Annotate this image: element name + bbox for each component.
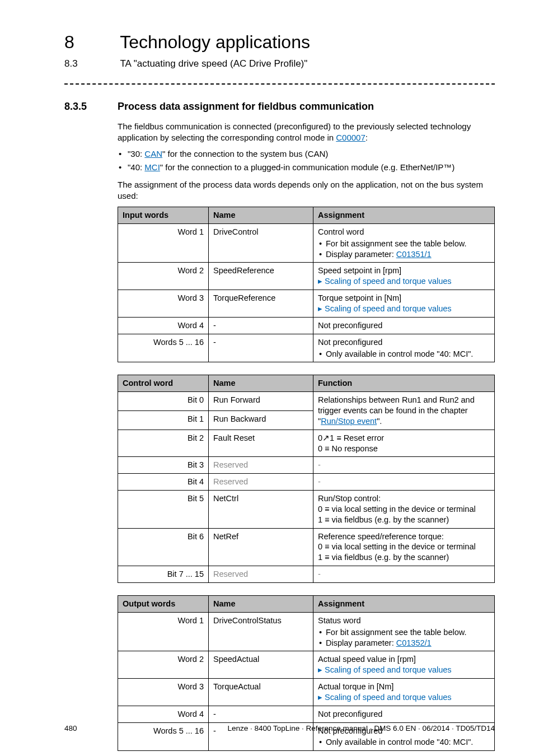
cell: Bit 7 ... 15 bbox=[118, 566, 209, 583]
cell: Not preconfigured bbox=[313, 706, 495, 722]
cell: Word 2 bbox=[118, 651, 209, 679]
text: Status word bbox=[318, 616, 361, 625]
scaling-link[interactable]: Scaling of speed and torque values bbox=[318, 693, 452, 702]
cell: Word 3 bbox=[118, 290, 209, 318]
text: Speed setpoint in [rpm] bbox=[318, 265, 490, 276]
table-row: Word 2 SpeedReference Speed setpoint in … bbox=[118, 263, 495, 290]
cell: Bit 6 bbox=[118, 528, 209, 566]
cell: - bbox=[209, 706, 313, 722]
cell: DriveControlStatus bbox=[209, 612, 313, 651]
cell: Not preconfigured bbox=[313, 317, 495, 334]
cell: TorqueActual bbox=[209, 679, 313, 706]
runstop-link[interactable]: Run/Stop event bbox=[321, 417, 377, 426]
list-item: For bit assignment see the table below. bbox=[326, 239, 490, 249]
text: 0 ≡ via local setting in the device or t… bbox=[318, 542, 490, 552]
cell: Status word For bit assignment see the t… bbox=[313, 612, 495, 651]
param-link[interactable]: C01351/1 bbox=[396, 250, 432, 259]
list-item: For bit assignment see the table below. bbox=[326, 627, 490, 638]
th: Assignment bbox=[313, 596, 495, 613]
cell: Word 2 bbox=[118, 263, 209, 290]
text: Actual speed value in [rpm] bbox=[318, 654, 490, 665]
text: 1 ≡ via fieldbus (e.g. by the scanner) bbox=[318, 552, 490, 563]
th: Assignment bbox=[313, 207, 495, 224]
th: Name bbox=[209, 207, 313, 224]
body: The fieldbus communication is connected … bbox=[118, 121, 495, 751]
cell: Run Backward bbox=[209, 410, 313, 430]
table-row: Bit 7 ... 15 Reserved - bbox=[118, 566, 495, 583]
text: 1 ≡ via fieldbus (e.g. by the scanner) bbox=[318, 515, 490, 525]
text: "30: bbox=[128, 149, 144, 158]
text: 0 ≡ No response bbox=[318, 444, 490, 454]
table-row: Word 1 DriveControlStatus Status word Fo… bbox=[118, 612, 495, 651]
list-item: Display parameter: C01351/1 bbox=[326, 249, 490, 260]
cell: Run/Stop control: 0 ≡ via local setting … bbox=[313, 491, 495, 529]
table-row: Bit 5 NetCtrl Run/Stop control: 0 ≡ via … bbox=[118, 491, 495, 529]
table-row: Words 5 ... 16 - Not preconfigured Only … bbox=[118, 334, 495, 362]
table-row: Word 4 - Not preconfigured bbox=[118, 317, 495, 334]
list-item: "40: MCI" for the connection to a plugge… bbox=[128, 162, 495, 173]
cell: Control word For bit assignment see the … bbox=[313, 223, 495, 263]
table-row: Word 1 DriveControl Control word For bit… bbox=[118, 223, 495, 263]
text: ". bbox=[377, 417, 382, 426]
cell: Reference speed/reference torque: 0 ≡ vi… bbox=[313, 528, 495, 566]
page-header: 8 Technology applications 8.3 TA "actuat… bbox=[64, 31, 495, 70]
cell: Actual speed value in [rpm] Scaling of s… bbox=[313, 651, 495, 679]
cell: NetCtrl bbox=[209, 491, 313, 529]
table-row: Bit 6 NetRef Reference speed/reference t… bbox=[118, 528, 495, 566]
cell: Word 4 bbox=[118, 706, 209, 722]
table-row: Bit 0 Run Forward Relationships between … bbox=[118, 392, 495, 411]
cell: Word 1 bbox=[118, 612, 209, 651]
cell: Bit 2 bbox=[118, 430, 209, 457]
text: Display parameter: bbox=[326, 638, 396, 647]
cell: Fault Reset bbox=[209, 430, 313, 457]
intro-paragraph: The fieldbus communication is connected … bbox=[118, 121, 495, 143]
scaling-link[interactable]: Scaling of speed and torque values bbox=[318, 665, 452, 674]
chapter-number: 8 bbox=[64, 31, 118, 54]
table-row: Word 2 SpeedActual Actual speed value in… bbox=[118, 651, 495, 679]
input-words-table: Input words Name Assignment Word 1 Drive… bbox=[118, 207, 495, 362]
cell: NetRef bbox=[209, 528, 313, 566]
cell: Reserved bbox=[209, 457, 313, 474]
mci-link[interactable]: MCI bbox=[144, 162, 160, 172]
cell: - bbox=[313, 474, 495, 491]
text: 0↗1 ≡ Reset error bbox=[318, 433, 490, 444]
text: 0 ≡ via local setting in the device or t… bbox=[318, 504, 490, 515]
cell: Bit 0 bbox=[118, 392, 209, 411]
table-row: Bit 4 Reserved - bbox=[118, 474, 495, 491]
cell: TorqueReference bbox=[209, 290, 313, 318]
cell: Word 4 bbox=[118, 317, 209, 334]
section-title: TA "actuating drive speed (AC Drive Prof… bbox=[120, 58, 307, 69]
text: Run/Stop control: bbox=[318, 493, 490, 504]
cell: Relationships between Run1 and Run2 and … bbox=[313, 392, 495, 430]
text: " for the connection to the system bus (… bbox=[162, 149, 328, 158]
scaling-link[interactable]: Scaling of speed and torque values bbox=[318, 277, 452, 286]
cell: Torque setpoint in [Nm] Scaling of speed… bbox=[313, 290, 495, 318]
text: Torque setpoint in [Nm] bbox=[318, 293, 490, 304]
cell: Bit 3 bbox=[118, 457, 209, 474]
text: : bbox=[366, 133, 368, 142]
cell: Reserved bbox=[209, 566, 313, 583]
page-number: 480 bbox=[64, 724, 77, 734]
divider bbox=[64, 83, 495, 85]
table-row: Word 3 TorqueReference Torque setpoint i… bbox=[118, 290, 495, 318]
th: Output words bbox=[118, 596, 209, 613]
cell: Word 1 bbox=[118, 223, 209, 263]
cell: - bbox=[209, 334, 313, 362]
can-link[interactable]: CAN bbox=[144, 149, 162, 158]
outro-paragraph: The assignment of the process data words… bbox=[118, 179, 495, 201]
list-item: "30: CAN" for the connection to the syst… bbox=[128, 148, 495, 160]
th: Name bbox=[209, 375, 313, 392]
scaling-link[interactable]: Scaling of speed and torque values bbox=[318, 304, 452, 313]
text: Not preconfigured bbox=[318, 338, 382, 347]
th: Function bbox=[313, 375, 495, 392]
table-row: Bit 3 Reserved - bbox=[118, 457, 495, 474]
cell: Bit 1 bbox=[118, 410, 209, 430]
page-footer: 480 Lenze · 8400 TopLine · Reference man… bbox=[64, 724, 495, 734]
code-link[interactable]: C00007 bbox=[336, 133, 366, 142]
param-link[interactable]: C01352/1 bbox=[396, 638, 432, 647]
table-row: Word 3 TorqueActual Actual torque in [Nm… bbox=[118, 679, 495, 706]
cell: Run Forward bbox=[209, 392, 313, 411]
cell: - bbox=[313, 566, 495, 583]
cell: Speed setpoint in [rpm] Scaling of speed… bbox=[313, 263, 495, 290]
cell: Bit 4 bbox=[118, 474, 209, 491]
